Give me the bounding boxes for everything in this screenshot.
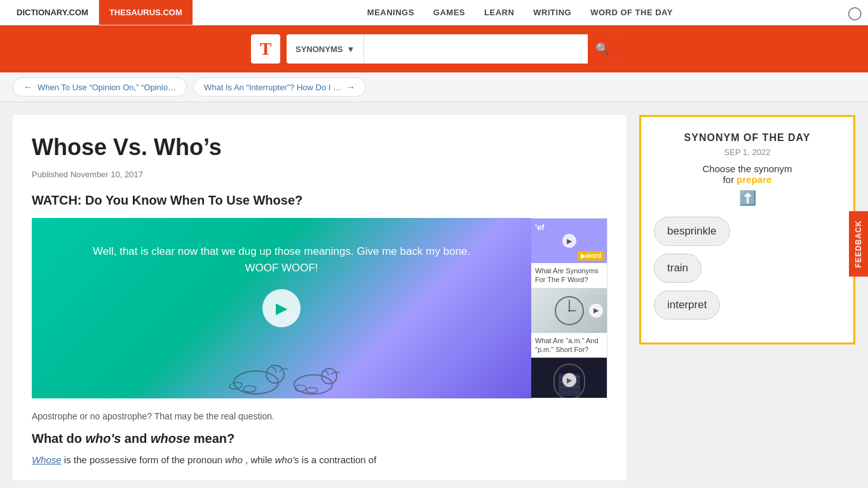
search-type-button[interactable]: SYNONYMS ▼ xyxy=(287,34,364,64)
side-video-thumb-sarcophagus: ▶ xyxy=(531,358,607,398)
prev-article-label: When To Use “Opinion On,” “Opinio… xyxy=(37,83,176,92)
side-video-sarcophagus[interactable]: ▶ The Gory Meaning Behind The Word “Sarc… xyxy=(531,358,607,398)
dog-art xyxy=(32,322,531,398)
left-arrow-icon: ← xyxy=(24,82,32,92)
sidebar: SYNONYM OF THE DAY SEP 1, 2022 Choose th… xyxy=(639,115,855,480)
thumb-play-icon: ▶ xyxy=(562,234,576,248)
prev-article-pill[interactable]: ← When To Use “Opinion On,” “Opinio… xyxy=(13,78,187,97)
nav-links: MEANINGS GAMES LEARN WRITING WORD OF THE… xyxy=(193,8,848,17)
sotd-arrows-icon: ⬆️ xyxy=(654,190,841,207)
svg-point-1 xyxy=(266,365,284,383)
nav-link-learn[interactable]: LEARN xyxy=(484,8,514,17)
video-overlay-text: Well, that is clear now that we dug up t… xyxy=(82,243,482,276)
sotd-prompt: Choose the synonym for prepare xyxy=(654,163,841,185)
article-date: Published November 10, 2017 xyxy=(32,170,607,179)
search-bar: SYNONYMS ▼ 🔍 xyxy=(287,34,617,64)
video-section: Well, that is clear now that we dug up t… xyxy=(32,218,607,398)
side-video-thumb-ampm: ▶ xyxy=(531,288,607,333)
svg-point-2 xyxy=(229,381,242,390)
nav-link-writing[interactable]: WRITING xyxy=(533,8,571,17)
sotd-date: SEP 1, 2022 xyxy=(654,147,841,157)
logo[interactable]: T xyxy=(251,34,280,64)
article: Whose Vs. Who’s Published November 10, 2… xyxy=(13,115,627,480)
breadcrumb-nav: ← When To Use “Opinion On,” “Opinio… Wha… xyxy=(0,72,868,102)
search-icon: 🔍 xyxy=(595,42,609,56)
feedback-tab[interactable]: FEEDBACK xyxy=(849,212,868,277)
sotd-option-train[interactable]: train xyxy=(654,254,702,283)
article-watch-title: WATCH: Do You Know When To Use Whose? xyxy=(32,193,607,208)
header-bar: T SYNONYMS ▼ 🔍 xyxy=(0,25,868,72)
sotd-option-besprinkle[interactable]: besprinkle xyxy=(654,217,730,246)
whose-link[interactable]: Whose xyxy=(32,454,62,465)
nav-tab-thesaurus[interactable]: THESAURUS.COM xyxy=(99,0,193,25)
search-button[interactable]: 🔍 xyxy=(588,34,617,64)
play-button[interactable]: ▶ xyxy=(262,289,301,327)
sotd-target-word: prepare xyxy=(736,174,771,185)
next-article-pill[interactable]: What Is An “Interrupter”? How Do I … → xyxy=(193,78,366,97)
synonym-of-the-day-card: SYNONYM OF THE DAY SEP 1, 2022 Choose th… xyxy=(639,115,855,344)
side-video-label-ampm: What Are "a.m." And "p.m." Short For? xyxy=(531,333,607,358)
sotd-option-interpret[interactable]: interpret xyxy=(654,290,720,320)
svg-point-7 xyxy=(306,388,318,393)
next-article-label: What Is An “Interrupter”? How Do I … xyxy=(204,83,341,92)
top-navigation: DICTIONARY.COM THESAURUS.COM MEANINGS GA… xyxy=(0,0,868,25)
chevron-down-icon: ▼ xyxy=(346,44,355,54)
sotd-title: SYNONYM OF THE DAY xyxy=(654,132,841,144)
side-video-ampm[interactable]: ▶ What Are "a.m." And "p.m." Short For? xyxy=(531,288,607,358)
svg-point-3 xyxy=(243,386,256,392)
side-video-fword[interactable]: 'ef ▶ ▶word What Are Synonyms For The F … xyxy=(531,219,607,288)
nav-link-meanings[interactable]: MEANINGS xyxy=(367,8,414,17)
nav-tab-dictionary[interactable]: DICTIONARY.COM xyxy=(6,0,99,25)
side-videos: 'ef ▶ ▶word What Are Synonyms For The F … xyxy=(531,218,607,398)
nav-link-word-of-day[interactable]: WORD OF THE DAY xyxy=(590,8,673,17)
search-type-label: SYNONYMS xyxy=(295,44,342,54)
thumb-play-icon-ampm: ▶ xyxy=(589,304,603,318)
nav-link-games[interactable]: GAMES xyxy=(433,8,465,17)
article-body-text: Apostrophe or no apostrophe? That may be… xyxy=(32,411,607,421)
thumb-play-icon-sarcophagus: ▶ xyxy=(562,373,576,387)
article-h2: What do who's and whose mean? xyxy=(32,431,607,446)
search-input[interactable] xyxy=(364,34,588,64)
side-video-thumb-fword: 'ef ▶ ▶word xyxy=(531,219,607,263)
side-video-label-fword: What Are Synonyms For The F Word? xyxy=(531,263,607,288)
user-icon[interactable]: ◯ xyxy=(848,5,862,20)
article-body-paragraph: Whose is the possessive form of the pron… xyxy=(32,452,607,468)
right-arrow-icon: → xyxy=(346,82,355,92)
main-content: Whose Vs. Who’s Published November 10, 2… xyxy=(0,102,868,488)
main-video[interactable]: Well, that is clear now that we dug up t… xyxy=(32,218,531,398)
article-title: Whose Vs. Who’s xyxy=(32,134,607,161)
